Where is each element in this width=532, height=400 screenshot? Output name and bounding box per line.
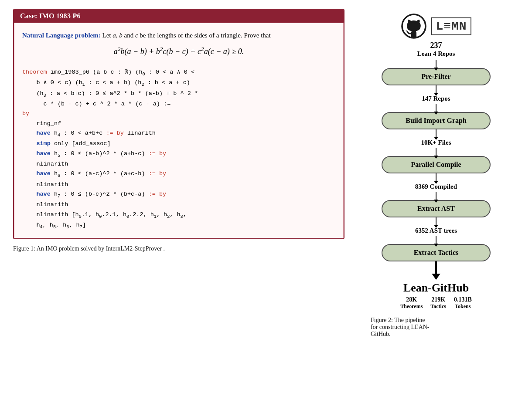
parallel-compile-label: Parallel Compile — [411, 161, 461, 168]
stat-tokens-label: Tokens — [454, 303, 472, 310]
main-content: Case: IMO 1983 P6 Natural Language probl… — [13, 9, 519, 391]
label-147: 147 Repos — [422, 95, 450, 102]
stat-tokens: 0.131B Tokens — [454, 296, 472, 310]
import-graph-box: Build Import Graph — [382, 112, 491, 129]
big-arrow — [432, 261, 440, 280]
arrow-7 — [436, 192, 437, 200]
stat-theorems: 28K Theorems — [400, 296, 423, 310]
case-header: Case: IMO 1983 P6 — [14, 10, 344, 23]
code-line-final2: h4, h5, h6, h7] — [22, 220, 335, 231]
arrow-5 — [436, 148, 437, 156]
lean-logo: L≡MN — [431, 17, 471, 35]
github-icon — [401, 13, 427, 39]
code-line-2: b ∧ 0 < c) (h1 : c < a + b) (h2 : b < a … — [22, 78, 335, 88]
stat-tokens-value: 0.131B — [454, 296, 472, 303]
stat-tactics-label: Tactics — [430, 303, 446, 310]
case-body: Natural Language problem: Let a, b and c… — [14, 23, 344, 238]
repos-count: 237 — [430, 41, 442, 50]
figure2-line1: Figure 2: The pipeline — [371, 317, 425, 323]
arrow-1 — [436, 60, 437, 68]
math-formula: a2b(a − b) + b2c(b − c) + c2a(c − a) ≥ 0… — [22, 46, 335, 56]
stat-theorems-value: 28K — [400, 296, 423, 303]
code-line-nl1: nlinarith — [22, 159, 335, 169]
label-10k: 10K+ Files — [421, 139, 451, 146]
code-block: theorem imo_1983_p6 (a b c : ℝ) (h0 : 0 … — [22, 64, 335, 231]
left-panel: Case: IMO 1983 P6 Natural Language probl… — [13, 9, 344, 391]
extract-tactics-box: Extract Tactics — [382, 244, 491, 261]
code-line-h4: have h4 : 0 < a+b+c := by linarith — [22, 129, 335, 139]
code-line-ring: ring_nf — [22, 119, 335, 129]
case-header-text: Case: IMO 1983 P6 — [20, 12, 81, 20]
stat-tactics: 219K Tactics — [430, 296, 446, 310]
code-line-simp: simp only [add_assoc] — [22, 139, 335, 149]
code-line-1: theorem imo_1983_p6 (a b c : ℝ) (h0 : 0 … — [22, 68, 335, 78]
arrow-3 — [436, 104, 437, 112]
code-line-nl2: nlinarith — [22, 180, 335, 190]
prefilter-label: Pre-Filter — [421, 73, 450, 80]
code-line-by: by — [22, 109, 335, 119]
nl-text: Let a, b and c be the lengths of the sid… — [101, 32, 271, 39]
label-8369: 8369 Compiled — [415, 183, 457, 190]
repos-label: Lean 4 Repos — [417, 50, 455, 58]
code-line-h6: have h6 : 0 ≤ (a-c)^2 * (a+c-b) := by — [22, 169, 335, 180]
prefilter-box: Pre-Filter — [382, 68, 491, 85]
figure-caption-right: Figure 2: The pipeline for constructing … — [371, 317, 501, 338]
lean-github-title: Lean-GitHub — [403, 281, 469, 295]
code-line-h5: have h5 : 0 ≤ (a-b)^2 * (a+b-c) := by — [22, 149, 335, 159]
code-line-4: c * (b - c) + c ^ 2 * a * (c - a) := — [22, 99, 335, 109]
arrow-8 — [436, 217, 437, 225]
import-graph-label: Build Import Graph — [406, 117, 467, 124]
arrow-2 — [436, 85, 437, 93]
parallel-compile-box: Parallel Compile — [382, 156, 491, 173]
stat-theorems-label: Theorems — [400, 303, 423, 310]
figure1-caption: Figure 1: An IMO problem solved by Inter… — [13, 245, 165, 252]
case-box: Case: IMO 1983 P6 Natural Language probl… — [13, 9, 344, 239]
extract-tactics-label: Extract Tactics — [414, 249, 459, 256]
extract-ast-box: Extract AST — [382, 200, 491, 217]
figure2-line2: for constructing LEAN- — [371, 324, 430, 330]
figure-caption-left: Figure 1: An IMO problem solved by Inter… — [13, 245, 344, 252]
code-line-nl3: nlinarith — [22, 200, 335, 210]
stat-tactics-value: 219K — [430, 296, 446, 303]
arrow-4 — [436, 129, 437, 137]
arrow-9 — [436, 236, 437, 244]
code-line-3: (h3 : a < b+c) : 0 ≤ a^2 * b * (a-b) + b… — [22, 89, 335, 99]
arrow-6 — [436, 173, 437, 181]
natural-language: Natural Language problem: Let a, b and c… — [22, 30, 335, 41]
stats-row: 28K Theorems 219K Tactics 0.131B Tokens — [400, 296, 472, 310]
code-line-final1: nlinarith [h0.1, h0.2.1, h0.2.2, h1, h2,… — [22, 210, 335, 220]
nl-label: Natural Language problem: — [22, 32, 101, 39]
label-6352: 6352 AST trees — [415, 227, 457, 234]
figure2-line3: GitHub. — [371, 331, 391, 337]
right-panel: L≡MN 237 Lean 4 Repos Pre-Filter 147 Rep… — [353, 9, 519, 391]
logo-row: L≡MN — [401, 13, 471, 39]
extract-ast-label: Extract AST — [417, 205, 455, 212]
code-line-h7: have h7 : 0 ≤ (b-c)^2 * (b+c-a) := by — [22, 190, 335, 200]
